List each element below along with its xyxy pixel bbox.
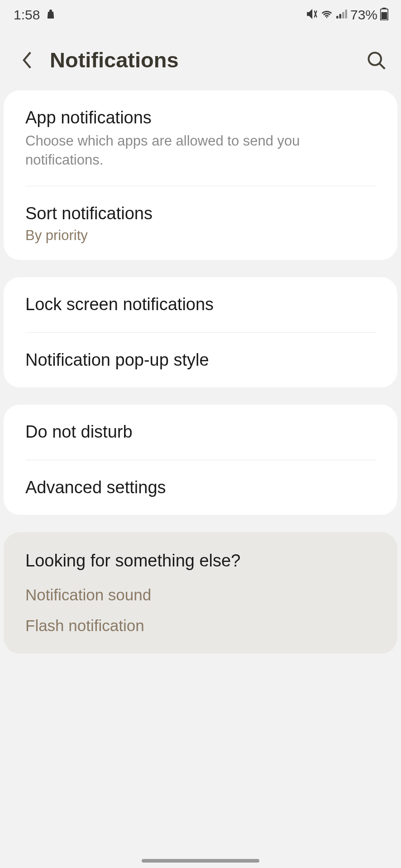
row-subtitle: By priority — [25, 227, 376, 244]
lock-screen-notifications-row[interactable]: Lock screen notifications — [25, 277, 376, 332]
notification-sound-link[interactable]: Notification sound — [4, 580, 397, 610]
vibrate-mute-icon — [306, 8, 318, 22]
wifi-icon — [320, 9, 333, 21]
status-left: 1:58 — [14, 7, 56, 23]
status-time: 1:58 — [14, 7, 40, 23]
svg-rect-6 — [382, 12, 387, 19]
signal-icon — [336, 9, 348, 21]
svg-rect-1 — [339, 14, 341, 19]
row-title: Do not disturb — [25, 421, 376, 443]
svg-line-8 — [380, 64, 385, 69]
battery-percentage: 73% — [350, 7, 377, 23]
row-title: App notifications — [25, 107, 376, 129]
settings-group-1: App notifications Choose which apps are … — [4, 90, 397, 260]
home-indicator[interactable] — [142, 859, 259, 863]
svg-point-7 — [369, 52, 382, 65]
notification-popup-style-row[interactable]: Notification pop-up style — [25, 333, 376, 387]
search-icon — [366, 50, 386, 70]
sort-notifications-row[interactable]: Sort notifications By priority — [25, 186, 376, 260]
row-subtitle: Choose which apps are allowed to send yo… — [25, 132, 376, 170]
header: Notifications — [0, 29, 401, 90]
page-title: Notifications — [50, 47, 351, 72]
app-notifications-row[interactable]: App notifications Choose which apps are … — [25, 90, 376, 186]
svg-rect-0 — [336, 16, 338, 18]
svg-rect-3 — [345, 9, 347, 19]
status-right: 73% — [306, 7, 388, 23]
settings-group-2: Lock screen notifications Notification p… — [4, 277, 397, 387]
chevron-left-icon — [22, 51, 33, 69]
svg-rect-2 — [342, 12, 344, 18]
flash-notification-link[interactable]: Flash notification — [4, 610, 397, 654]
status-bar: 1:58 73% — [0, 0, 401, 29]
advanced-settings-row[interactable]: Advanced settings — [25, 460, 376, 515]
do-not-disturb-row[interactable]: Do not disturb — [25, 405, 376, 460]
settings-group-3: Do not disturb Advanced settings — [4, 405, 397, 515]
suggestions-card: Looking for something else? Notification… — [4, 532, 397, 654]
search-button[interactable] — [365, 49, 387, 71]
row-title: Sort notifications — [25, 203, 376, 225]
bag-icon — [45, 9, 56, 21]
row-title: Advanced settings — [25, 476, 376, 499]
row-title: Lock screen notifications — [25, 293, 376, 316]
back-button[interactable] — [18, 51, 36, 69]
suggestions-header: Looking for something else? — [4, 532, 397, 580]
battery-icon — [380, 8, 388, 22]
row-title: Notification pop-up style — [25, 349, 376, 371]
